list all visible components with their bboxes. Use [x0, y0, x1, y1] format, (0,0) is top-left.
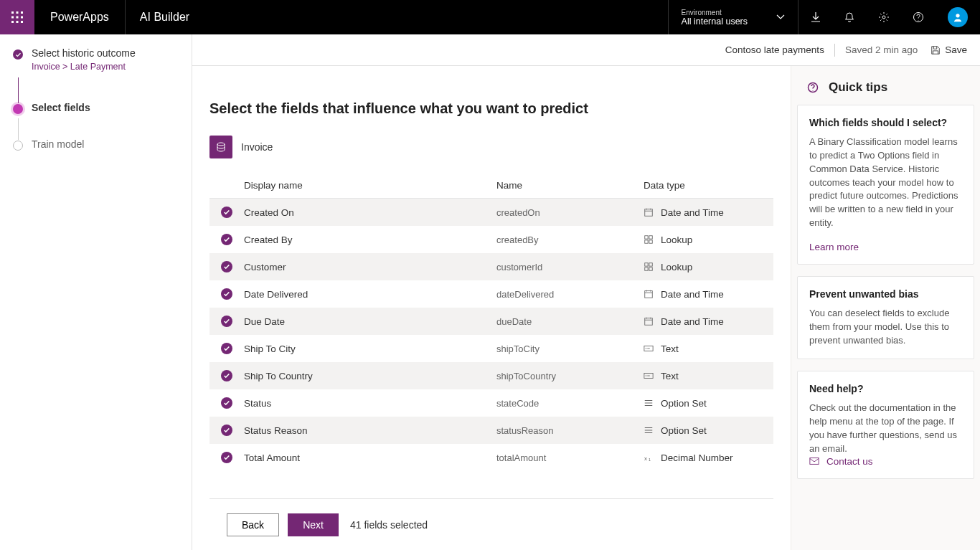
- table-row[interactable]: Ship To CountryshipToCountryText: [209, 362, 773, 389]
- field-data-type: Option Set: [644, 425, 707, 436]
- step-connector: [18, 77, 19, 103]
- svg-rect-6: [11, 21, 14, 23]
- contact-us-link[interactable]: Contact us: [809, 456, 962, 467]
- field-data-type: x1Decimal Number: [644, 452, 733, 463]
- page-heading: Select the fields that influence what yo…: [209, 100, 773, 117]
- svg-rect-20: [649, 267, 652, 270]
- saved-status: Saved 2 min ago: [845, 44, 918, 55]
- step-label: Select fields: [32, 102, 90, 113]
- field-name: dateDelivered: [496, 289, 644, 300]
- field-name: statusReason: [496, 425, 644, 436]
- svg-rect-7: [17, 21, 19, 23]
- divider: [834, 44, 835, 57]
- svg-rect-12: [645, 209, 653, 217]
- settings-button[interactable]: [867, 0, 901, 34]
- row-checkbox[interactable]: [221, 397, 232, 409]
- bell-icon: [844, 11, 855, 23]
- svg-rect-4: [17, 16, 19, 19]
- svg-rect-21: [645, 291, 653, 298]
- help-icon: [913, 11, 924, 23]
- field-display-name: Status: [244, 398, 496, 409]
- field-name: dueDate: [496, 316, 644, 327]
- table-row[interactable]: Due DatedueDateDate and Time: [209, 308, 773, 335]
- user-icon: [953, 12, 963, 22]
- field-name: totalAmount: [496, 452, 644, 463]
- wizard-footer: Back Next 41 fields selected: [209, 498, 773, 550]
- table-row[interactable]: Date DelivereddateDeliveredDate and Time: [209, 280, 773, 308]
- row-checkbox[interactable]: [221, 288, 232, 300]
- field-name: customerId: [496, 262, 644, 272]
- svg-rect-5: [21, 16, 23, 19]
- learn-more-link[interactable]: Learn more: [809, 242, 962, 252]
- svg-rect-14: [649, 236, 652, 239]
- entity-icon: [209, 136, 232, 158]
- save-icon: [930, 45, 941, 55]
- tips-header: Quick tips: [797, 76, 974, 105]
- tip-body: A Binary Classification model learns to …: [809, 136, 962, 230]
- environment-picker[interactable]: Environment All internal users: [669, 9, 798, 27]
- row-checkbox[interactable]: [221, 207, 232, 218]
- field-display-name: Total Amount: [244, 452, 496, 463]
- table-row[interactable]: Ship To CityshipToCityText: [209, 335, 773, 362]
- table-row[interactable]: CustomercustomerIdLookup: [209, 253, 773, 280]
- user-avatar[interactable]: [948, 7, 968, 27]
- step-select-fields[interactable]: Select fields: [13, 102, 179, 114]
- env-value: All internal users: [682, 16, 748, 27]
- svg-rect-2: [21, 11, 23, 14]
- table-row[interactable]: Created BycreatedByLookup: [209, 226, 773, 253]
- field-name: shipToCity: [496, 343, 644, 354]
- row-checkbox[interactable]: [221, 261, 232, 272]
- help-button[interactable]: [901, 0, 936, 34]
- tip-body: You can deselect fields to exclude them …: [809, 307, 962, 348]
- table-row[interactable]: StatusstateCodeOption Set: [209, 389, 773, 417]
- section-title: AI Builder: [126, 11, 204, 24]
- save-label: Save: [945, 44, 967, 55]
- selection-count: 41 fields selected: [350, 519, 428, 531]
- field-data-type: Lookup: [644, 234, 692, 245]
- table-row[interactable]: Status ReasonstatusReasonOption Set: [209, 417, 773, 444]
- gear-icon: [878, 11, 890, 23]
- svg-rect-16: [649, 240, 652, 243]
- field-data-type: Lookup: [644, 262, 692, 272]
- field-display-name: Due Date: [244, 316, 496, 327]
- row-checkbox[interactable]: [221, 452, 232, 463]
- quick-tips-panel: Quick tips Which fields should I select?…: [791, 66, 980, 550]
- download-button[interactable]: [798, 0, 832, 34]
- table-header: Display name Name Data type: [209, 173, 773, 199]
- step-check-icon: [13, 49, 23, 60]
- row-checkbox[interactable]: [221, 343, 232, 354]
- table-row[interactable]: Created OncreatedOnDate and Time: [209, 199, 773, 226]
- svg-rect-18: [649, 263, 652, 266]
- app-launcher-button[interactable]: [0, 0, 34, 34]
- step-breadcrumb: Invoice > Late Payment: [32, 62, 179, 72]
- field-data-type: Option Set: [644, 398, 707, 409]
- field-display-name: Customer: [244, 262, 496, 272]
- step-historic-outcome[interactable]: Select historic outcome: [13, 47, 179, 60]
- table-row[interactable]: Total AmounttotalAmountx1Decimal Number: [209, 444, 773, 471]
- chevron-down-icon: [776, 13, 785, 22]
- row-checkbox[interactable]: [221, 316, 232, 327]
- tips-heading: Quick tips: [829, 80, 887, 95]
- next-button[interactable]: Next: [288, 513, 339, 536]
- col-display-name: Display name: [244, 180, 496, 191]
- notifications-button[interactable]: [832, 0, 867, 34]
- brand-label: PowerApps: [34, 11, 125, 24]
- svg-rect-15: [645, 240, 648, 243]
- tip-title: Which fields should I select?: [809, 117, 962, 128]
- step-train-model[interactable]: Train model: [13, 138, 179, 151]
- svg-rect-8: [21, 21, 23, 23]
- main-panel: Select the fields that influence what yo…: [192, 66, 791, 550]
- field-name: createdBy: [496, 234, 644, 245]
- back-button[interactable]: Back: [227, 513, 279, 536]
- save-button[interactable]: Save: [930, 44, 967, 55]
- field-display-name: Ship To Country: [244, 371, 496, 381]
- field-display-name: Created On: [244, 207, 496, 218]
- row-checkbox[interactable]: [221, 234, 232, 245]
- field-data-type: Date and Time: [644, 316, 724, 327]
- row-checkbox[interactable]: [221, 370, 232, 381]
- entity-name: Invoice: [241, 141, 273, 153]
- step-pending-dot: [13, 141, 23, 151]
- field-data-type: Date and Time: [644, 289, 724, 300]
- sub-command-bar: Contoso late payments Saved 2 min ago Sa…: [192, 34, 980, 66]
- row-checkbox[interactable]: [221, 425, 232, 436]
